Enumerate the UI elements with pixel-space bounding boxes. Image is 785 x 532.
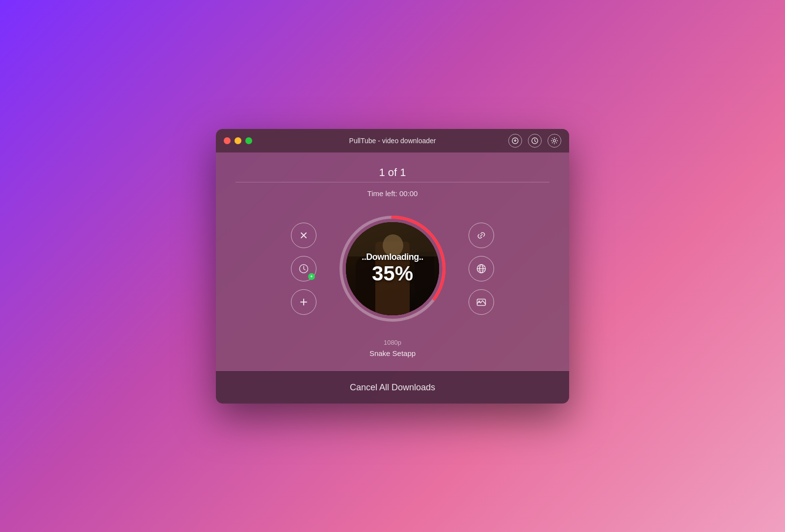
svg-point-2 bbox=[553, 139, 556, 142]
titlebar: PullTube - video downloader bbox=[216, 129, 569, 152]
save-thumbnail-button[interactable] bbox=[469, 289, 494, 315]
settings-icon-button[interactable] bbox=[548, 134, 561, 148]
time-left-label: Time left: bbox=[367, 189, 397, 198]
close-button[interactable] bbox=[224, 137, 231, 144]
add-button[interactable] bbox=[291, 289, 316, 315]
main-row: + bbox=[236, 212, 550, 325]
history-icon-button[interactable] bbox=[528, 134, 542, 148]
window-title: PullTube - video downloader bbox=[349, 137, 436, 145]
titlebar-actions bbox=[508, 134, 561, 148]
copy-link-button[interactable] bbox=[469, 223, 494, 248]
right-controls bbox=[469, 223, 494, 315]
minimize-button[interactable] bbox=[235, 137, 241, 144]
traffic-lights bbox=[224, 137, 252, 144]
content-area: 1 of 1 Time left: 00:00 + bbox=[216, 152, 569, 371]
maximize-button[interactable] bbox=[245, 137, 252, 144]
app-window: PullTube - video downloader bbox=[216, 129, 569, 404]
progress-circle: ..Downloading.. 35% bbox=[336, 212, 449, 325]
video-title: Snake Setapp bbox=[369, 349, 416, 357]
video-bg: ..Downloading.. 35% bbox=[346, 222, 439, 315]
time-left-value: 00:00 bbox=[399, 189, 418, 198]
left-controls: + bbox=[291, 223, 316, 315]
video-thumbnail: ..Downloading.. 35% bbox=[346, 222, 439, 315]
divider bbox=[236, 182, 550, 182]
schedule-badge: + bbox=[308, 273, 315, 280]
video-quality: 1080p bbox=[384, 339, 401, 346]
time-left-display: Time left: 00:00 bbox=[367, 189, 418, 198]
open-browser-button[interactable] bbox=[469, 256, 494, 281]
cancel-all-button[interactable]: Cancel All Downloads bbox=[216, 371, 569, 404]
schedule-button[interactable]: + bbox=[291, 256, 316, 281]
download-overlay: ..Downloading.. 35% bbox=[346, 222, 439, 315]
download-counter: 1 of 1 bbox=[379, 166, 406, 179]
downloading-label: ..Downloading.. bbox=[362, 252, 423, 262]
download-icon-button[interactable] bbox=[508, 134, 522, 148]
cancel-download-button[interactable] bbox=[291, 223, 316, 248]
progress-percent: 35% bbox=[372, 262, 413, 285]
